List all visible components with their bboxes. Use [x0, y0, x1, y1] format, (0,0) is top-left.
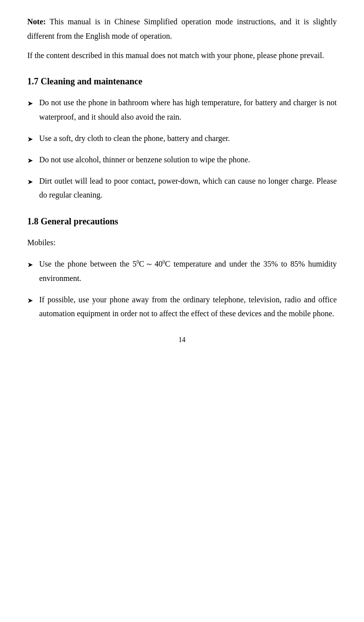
- list-item: ➤ Dirt outlet will lead to poor contact,…: [27, 174, 337, 203]
- list-item: ➤ Do not use the phone in bathroom where…: [27, 96, 337, 125]
- bullet-arrow-icon: ➤: [27, 97, 33, 110]
- list-item: ➤ Use the phone between the 50C～400C tem…: [27, 257, 337, 286]
- bullet-text: Use a soft, dry cloth to clean the phone…: [39, 132, 337, 146]
- temp-mid: C～40: [139, 260, 162, 268]
- bullet-list-17: ➤ Do not use the phone in bathroom where…: [27, 96, 337, 203]
- bullet-text: Dirt outlet will lead to poor contact, p…: [39, 174, 337, 203]
- bullet-text-temperature: Use the phone between the 50C～400C tempe…: [39, 257, 337, 286]
- bullet-arrow-icon: ➤: [27, 259, 33, 271]
- page-number: 14: [27, 336, 337, 344]
- if-paragraph: If the content described in this manual …: [27, 49, 337, 63]
- bullet-text: Do not use the phone in bathroom where h…: [39, 96, 337, 125]
- note-text: This manual is in Chinese Simplified ope…: [27, 17, 337, 40]
- bullet-text: If possible, use your phone away from th…: [39, 293, 337, 322]
- bullet-text: Do not use alcohol, thinner or benzene s…: [39, 153, 337, 167]
- section-17-heading: 1.7 Cleaning and maintenance: [27, 76, 337, 87]
- section-18-heading: 1.8 General precautions: [27, 216, 337, 227]
- list-item: ➤ Use a soft, dry cloth to clean the pho…: [27, 132, 337, 146]
- list-item: ➤ If possible, use your phone away from …: [27, 293, 337, 322]
- bullet-arrow-icon: ➤: [27, 176, 33, 188]
- mobiles-label: Mobiles:: [27, 236, 337, 250]
- bullet-list-18: ➤ Use the phone between the 50C～400C tem…: [27, 257, 337, 321]
- note-paragraph: Note: This manual is in Chinese Simplifi…: [27, 15, 337, 44]
- list-item: ➤ Do not use alcohol, thinner or benzene…: [27, 153, 337, 167]
- note-label: Note:: [27, 17, 46, 26]
- bullet-arrow-icon: ➤: [27, 294, 33, 307]
- bullet-arrow-icon: ➤: [27, 133, 33, 145]
- temp-pre: Use the phone between the 5: [39, 260, 136, 268]
- bullet-arrow-icon: ➤: [27, 154, 33, 167]
